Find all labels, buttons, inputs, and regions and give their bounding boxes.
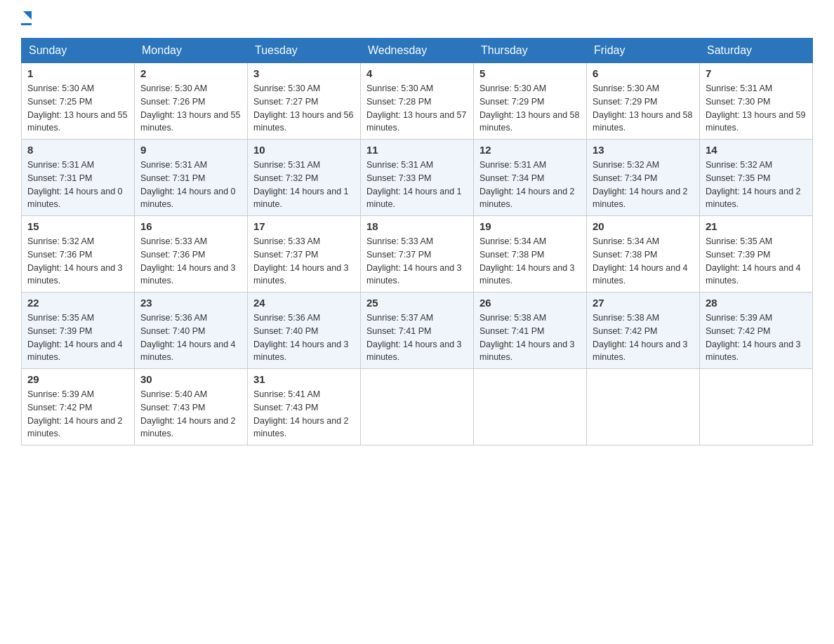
- weekday-header-wednesday: Wednesday: [361, 39, 474, 63]
- day-number: 17: [253, 220, 355, 232]
- day-number: 18: [366, 220, 468, 232]
- day-info: Sunrise: 5:36 AMSunset: 7:40 PMDaylight:…: [140, 311, 241, 364]
- weekday-header-thursday: Thursday: [474, 39, 587, 63]
- calendar-cell: 30 Sunrise: 5:40 AMSunset: 7:43 PMDaylig…: [135, 369, 248, 445]
- calendar-cell: 22 Sunrise: 5:35 AMSunset: 7:39 PMDaylig…: [22, 293, 135, 369]
- day-info: Sunrise: 5:32 AMSunset: 7:34 PMDaylight:…: [593, 159, 694, 211]
- calendar-table: SundayMondayTuesdayWednesdayThursdayFrid…: [21, 38, 813, 445]
- calendar-cell: [587, 369, 700, 445]
- day-info: Sunrise: 5:30 AMSunset: 7:27 PMDaylight:…: [253, 82, 355, 135]
- day-info: Sunrise: 5:36 AMSunset: 7:40 PMDaylight:…: [253, 311, 355, 364]
- calendar-cell: 25 Sunrise: 5:37 AMSunset: 7:41 PMDaylig…: [361, 293, 474, 369]
- calendar-cell: 17 Sunrise: 5:33 AMSunset: 7:37 PMDaylig…: [248, 216, 361, 293]
- day-info: Sunrise: 5:30 AMSunset: 7:29 PMDaylight:…: [593, 82, 694, 135]
- day-number: 22: [27, 297, 128, 309]
- calendar-cell: 19 Sunrise: 5:34 AMSunset: 7:38 PMDaylig…: [474, 216, 587, 293]
- calendar-cell: 9 Sunrise: 5:31 AMSunset: 7:31 PMDayligh…: [135, 140, 248, 216]
- day-number: 26: [479, 297, 581, 309]
- weekday-header-saturday: Saturday: [700, 39, 813, 63]
- day-number: 30: [140, 373, 241, 385]
- calendar-cell: 4 Sunrise: 5:30 AMSunset: 7:28 PMDayligh…: [361, 63, 474, 140]
- calendar-cell: 11 Sunrise: 5:31 AMSunset: 7:33 PMDaylig…: [361, 140, 474, 216]
- calendar-cell: [700, 369, 813, 445]
- day-info: Sunrise: 5:31 AMSunset: 7:30 PMDaylight:…: [706, 82, 807, 135]
- day-number: 1: [27, 67, 128, 79]
- calendar-cell: [474, 369, 587, 445]
- logo-underline: [21, 23, 32, 25]
- calendar-cell: 23 Sunrise: 5:36 AMSunset: 7:40 PMDaylig…: [135, 293, 248, 369]
- calendar-cell: 13 Sunrise: 5:32 AMSunset: 7:34 PMDaylig…: [587, 140, 700, 216]
- calendar-cell: 15 Sunrise: 5:32 AMSunset: 7:36 PMDaylig…: [22, 216, 135, 293]
- calendar-week-row: 15 Sunrise: 5:32 AMSunset: 7:36 PMDaylig…: [22, 216, 813, 293]
- day-number: 28: [706, 297, 807, 309]
- day-info: Sunrise: 5:37 AMSunset: 7:41 PMDaylight:…: [366, 311, 468, 364]
- weekday-header-row: SundayMondayTuesdayWednesdayThursdayFrid…: [22, 39, 813, 63]
- calendar-cell: 20 Sunrise: 5:34 AMSunset: 7:38 PMDaylig…: [587, 216, 700, 293]
- day-info: Sunrise: 5:30 AMSunset: 7:29 PMDaylight:…: [479, 82, 581, 135]
- day-number: 2: [140, 67, 241, 79]
- weekday-header-sunday: Sunday: [22, 39, 135, 63]
- calendar-cell: 29 Sunrise: 5:39 AMSunset: 7:42 PMDaylig…: [22, 369, 135, 445]
- day-number: 8: [27, 144, 128, 156]
- calendar-cell: 10 Sunrise: 5:31 AMSunset: 7:32 PMDaylig…: [248, 140, 361, 216]
- day-info: Sunrise: 5:32 AMSunset: 7:36 PMDaylight:…: [27, 235, 128, 288]
- day-number: 21: [706, 220, 807, 232]
- day-number: 4: [366, 67, 468, 79]
- calendar-cell: 3 Sunrise: 5:30 AMSunset: 7:27 PMDayligh…: [248, 63, 361, 140]
- day-number: 24: [253, 297, 355, 309]
- logo: [21, 14, 32, 25]
- calendar-week-row: 29 Sunrise: 5:39 AMSunset: 7:42 PMDaylig…: [22, 369, 813, 445]
- weekday-header-monday: Monday: [135, 39, 248, 63]
- day-info: Sunrise: 5:39 AMSunset: 7:42 PMDaylight:…: [27, 388, 128, 441]
- calendar-week-row: 1 Sunrise: 5:30 AMSunset: 7:25 PMDayligh…: [22, 63, 813, 140]
- day-info: Sunrise: 5:30 AMSunset: 7:28 PMDaylight:…: [366, 82, 468, 135]
- day-number: 7: [706, 67, 807, 79]
- day-number: 11: [366, 144, 468, 156]
- day-info: Sunrise: 5:33 AMSunset: 7:36 PMDaylight:…: [140, 235, 241, 288]
- calendar-cell: 8 Sunrise: 5:31 AMSunset: 7:31 PMDayligh…: [22, 140, 135, 216]
- day-number: 12: [479, 144, 581, 156]
- day-number: 23: [140, 297, 241, 309]
- calendar-cell: 5 Sunrise: 5:30 AMSunset: 7:29 PMDayligh…: [474, 63, 587, 140]
- page-header: [21, 14, 813, 25]
- calendar-cell: 31 Sunrise: 5:41 AMSunset: 7:43 PMDaylig…: [248, 369, 361, 445]
- day-info: Sunrise: 5:31 AMSunset: 7:33 PMDaylight:…: [366, 159, 468, 211]
- day-number: 19: [479, 220, 581, 232]
- day-number: 3: [253, 67, 355, 79]
- day-info: Sunrise: 5:33 AMSunset: 7:37 PMDaylight:…: [366, 235, 468, 288]
- day-number: 10: [253, 144, 355, 156]
- day-info: Sunrise: 5:41 AMSunset: 7:43 PMDaylight:…: [253, 388, 355, 441]
- calendar-cell: 7 Sunrise: 5:31 AMSunset: 7:30 PMDayligh…: [700, 63, 813, 140]
- calendar-week-row: 22 Sunrise: 5:35 AMSunset: 7:39 PMDaylig…: [22, 293, 813, 369]
- calendar-cell: 16 Sunrise: 5:33 AMSunset: 7:36 PMDaylig…: [135, 216, 248, 293]
- day-info: Sunrise: 5:31 AMSunset: 7:31 PMDaylight:…: [140, 159, 241, 211]
- calendar-cell: 27 Sunrise: 5:38 AMSunset: 7:42 PMDaylig…: [587, 293, 700, 369]
- calendar-cell: 12 Sunrise: 5:31 AMSunset: 7:34 PMDaylig…: [474, 140, 587, 216]
- calendar-cell: 14 Sunrise: 5:32 AMSunset: 7:35 PMDaylig…: [700, 140, 813, 216]
- day-number: 9: [140, 144, 241, 156]
- day-info: Sunrise: 5:31 AMSunset: 7:31 PMDaylight:…: [27, 159, 128, 211]
- day-number: 29: [27, 373, 128, 385]
- day-info: Sunrise: 5:34 AMSunset: 7:38 PMDaylight:…: [479, 235, 581, 288]
- day-number: 13: [593, 144, 694, 156]
- calendar-cell: 26 Sunrise: 5:38 AMSunset: 7:41 PMDaylig…: [474, 293, 587, 369]
- calendar-cell: 18 Sunrise: 5:33 AMSunset: 7:37 PMDaylig…: [361, 216, 474, 293]
- calendar-cell: 28 Sunrise: 5:39 AMSunset: 7:42 PMDaylig…: [700, 293, 813, 369]
- day-info: Sunrise: 5:33 AMSunset: 7:37 PMDaylight:…: [253, 235, 355, 288]
- day-info: Sunrise: 5:32 AMSunset: 7:35 PMDaylight:…: [706, 159, 807, 211]
- day-number: 25: [366, 297, 468, 309]
- day-number: 15: [27, 220, 128, 232]
- calendar-cell: [361, 369, 474, 445]
- calendar-cell: 21 Sunrise: 5:35 AMSunset: 7:39 PMDaylig…: [700, 216, 813, 293]
- day-info: Sunrise: 5:34 AMSunset: 7:38 PMDaylight:…: [593, 235, 694, 288]
- calendar-week-row: 8 Sunrise: 5:31 AMSunset: 7:31 PMDayligh…: [22, 140, 813, 216]
- day-number: 31: [253, 373, 355, 385]
- day-info: Sunrise: 5:30 AMSunset: 7:26 PMDaylight:…: [140, 82, 241, 135]
- calendar-cell: 24 Sunrise: 5:36 AMSunset: 7:40 PMDaylig…: [248, 293, 361, 369]
- day-info: Sunrise: 5:35 AMSunset: 7:39 PMDaylight:…: [706, 235, 807, 288]
- day-info: Sunrise: 5:30 AMSunset: 7:25 PMDaylight:…: [27, 82, 128, 135]
- logo-arrow-icon: [23, 11, 32, 20]
- calendar-cell: 2 Sunrise: 5:30 AMSunset: 7:26 PMDayligh…: [135, 63, 248, 140]
- day-info: Sunrise: 5:31 AMSunset: 7:32 PMDaylight:…: [253, 159, 355, 211]
- calendar-cell: 6 Sunrise: 5:30 AMSunset: 7:29 PMDayligh…: [587, 63, 700, 140]
